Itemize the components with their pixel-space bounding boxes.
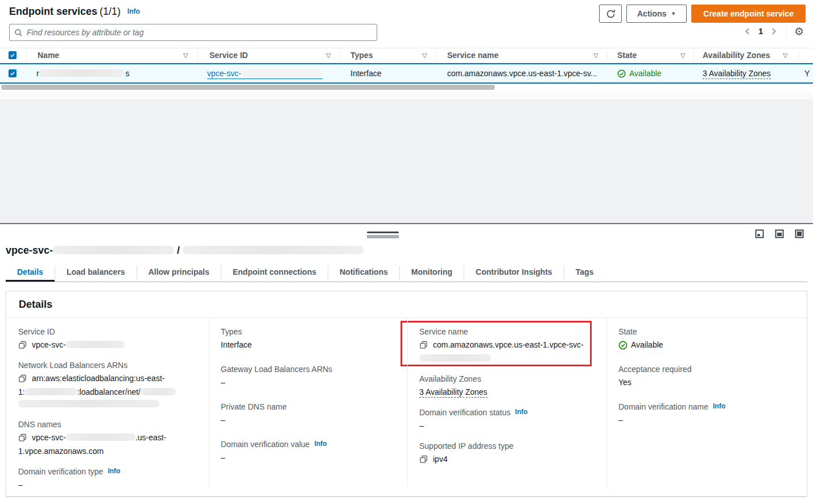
field-availability-zones: Availability Zones 3 Availability Zones <box>419 374 596 398</box>
copy-icon[interactable] <box>18 374 27 383</box>
endpoint-services-table: Name ▽ Service ID ▽ Types ▽ Service name… <box>0 48 813 91</box>
field-domain-verification-type: Domain verification typeInfo – <box>18 467 199 491</box>
previous-page-icon[interactable] <box>744 27 752 35</box>
next-page-icon[interactable] <box>770 27 778 35</box>
cell-service-name: com.amazonaws.vpce.us-east-1.vpce-sv... <box>447 64 597 82</box>
info-link[interactable]: Info <box>314 440 327 448</box>
panel-layout-controls <box>755 229 804 240</box>
field-label: Service name <box>419 327 596 336</box>
refresh-button[interactable] <box>599 5 622 23</box>
details-column-2: Types Interface Gateway Load Balancers A… <box>209 318 407 488</box>
panel-position-half-icon[interactable] <box>775 229 784 240</box>
divider <box>694 51 694 61</box>
field-domain-verification-status: Domain verification statusInfo – <box>419 408 596 432</box>
field-label: Domain verification typeInfo <box>18 467 199 476</box>
tab-allow-principals[interactable]: Allow principals <box>137 263 221 282</box>
state-value: Available <box>631 339 663 351</box>
redacted-service-name <box>183 246 364 254</box>
field-label: Domain verification valueInfo <box>221 440 397 449</box>
field-label: Gateway Load Balancers ARNs <box>221 365 397 374</box>
info-link[interactable]: Info <box>127 7 140 15</box>
field-glb-arns: Gateway Load Balancers ARNs – <box>221 365 397 389</box>
panel-position-full-icon[interactable] <box>795 229 804 240</box>
tab-monitoring[interactable]: Monitoring <box>400 263 464 282</box>
copy-icon[interactable] <box>18 341 27 349</box>
info-link[interactable]: Info <box>108 467 120 475</box>
service-id-link[interactable]: vpce-svc- <box>207 69 323 79</box>
redacted-service-id <box>241 69 323 77</box>
availability-zones-popover-link[interactable]: 3 Availability Zones <box>419 387 488 398</box>
divider <box>197 51 198 61</box>
preferences-gear-icon[interactable]: ⚙ <box>794 26 804 37</box>
panel-position-bottom-icon[interactable] <box>755 229 764 240</box>
redacted-service-name-line2 <box>419 354 491 362</box>
field-value: Interface <box>221 339 397 351</box>
filter-icon[interactable]: ▽ <box>680 48 685 63</box>
info-link[interactable]: Info <box>713 402 725 410</box>
empty-background <box>0 100 813 223</box>
field-label: Service ID <box>18 327 199 336</box>
field-label: Domain verification nameInfo <box>618 402 797 411</box>
service-name-line1: com.amazonaws.vpce.us-east-1.vpce-svc- <box>433 339 584 351</box>
field-value: – <box>18 479 199 491</box>
scrollbar-thumb[interactable] <box>1 85 495 90</box>
tab-notifications[interactable]: Notifications <box>328 263 399 282</box>
row-checkbox[interactable] <box>9 69 16 77</box>
details-card: Details Service ID vpce-svc- Network Loa… <box>6 291 807 497</box>
cell-state: Available <box>617 64 662 82</box>
column-header-state[interactable]: State <box>617 48 637 63</box>
actions-button[interactable]: Actions ▼ <box>626 5 687 23</box>
tab-tags[interactable]: Tags <box>564 263 605 282</box>
field-value: – <box>221 414 397 426</box>
filter-icon[interactable]: ▽ <box>183 48 188 63</box>
field-state: State Available <box>618 327 797 351</box>
column-header-types[interactable]: Types <box>350 48 373 63</box>
copy-icon[interactable] <box>419 341 428 349</box>
divider <box>340 51 341 61</box>
copy-icon[interactable] <box>18 433 27 442</box>
refresh-icon <box>606 9 616 19</box>
field-supported-ip: Supported IP address type ipv4 <box>419 441 596 465</box>
availability-zones-popover-link[interactable]: 3 Availability Zones <box>703 69 771 79</box>
search-box <box>9 24 377 41</box>
field-service-id: Service ID vpce-svc- <box>18 327 199 351</box>
field-value: Yes <box>618 377 797 389</box>
column-header-service-id[interactable]: Service ID <box>209 48 248 63</box>
tab-contributor-insights[interactable]: Contributor Insights <box>464 263 564 282</box>
column-header-name[interactable]: Name <box>38 48 59 63</box>
field-value: – <box>221 452 397 464</box>
field-value: – <box>221 377 397 389</box>
info-link[interactable]: Info <box>515 408 527 416</box>
name-text: r <box>36 69 39 78</box>
field-acceptance-required: Acceptance required Yes <box>618 365 797 389</box>
panel-drag-handle[interactable] <box>367 232 399 238</box>
service-id-value: vpce-svc- <box>32 339 125 351</box>
state-text: Available <box>629 64 662 82</box>
panel-title: vpce-svc- / <box>6 245 364 257</box>
filter-icon[interactable]: ▽ <box>422 48 427 63</box>
filter-icon[interactable]: ▽ <box>326 48 331 63</box>
panel-title-prefix: vpce-svc- <box>6 245 53 256</box>
create-endpoint-service-button[interactable]: Create endpoint service <box>691 5 806 23</box>
field-value: – <box>618 414 797 426</box>
column-header-service-name[interactable]: Service name <box>447 48 498 63</box>
table-row[interactable]: r s vpce-svc- Interface com.amazonaws.vp… <box>0 63 813 84</box>
filter-icon[interactable]: ▽ <box>783 48 787 63</box>
tab-load-balancers[interactable]: Load balancers <box>55 263 137 282</box>
search-input[interactable] <box>27 28 372 37</box>
drag-handle-bar <box>367 232 399 233</box>
copy-icon[interactable] <box>419 455 428 464</box>
tab-details[interactable]: Details <box>6 263 55 282</box>
filter-icon[interactable]: ▽ <box>593 48 598 63</box>
tab-endpoint-connections[interactable]: Endpoint connections <box>221 263 328 282</box>
actions-button-label: Actions <box>637 9 666 18</box>
select-all-checkbox[interactable] <box>9 51 16 59</box>
details-column-3: Service name com.amazonaws.vpce.us-east-… <box>407 318 606 488</box>
redacted-name <box>39 69 123 77</box>
column-header-availability-zones[interactable]: Availability Zones <box>703 48 770 63</box>
table-footer-strip <box>0 92 813 100</box>
redacted-service-id <box>53 246 174 254</box>
supported-ip-value: ipv4 <box>433 453 448 465</box>
current-page[interactable]: 1 <box>757 27 764 36</box>
horizontal-scrollbar <box>0 84 813 91</box>
